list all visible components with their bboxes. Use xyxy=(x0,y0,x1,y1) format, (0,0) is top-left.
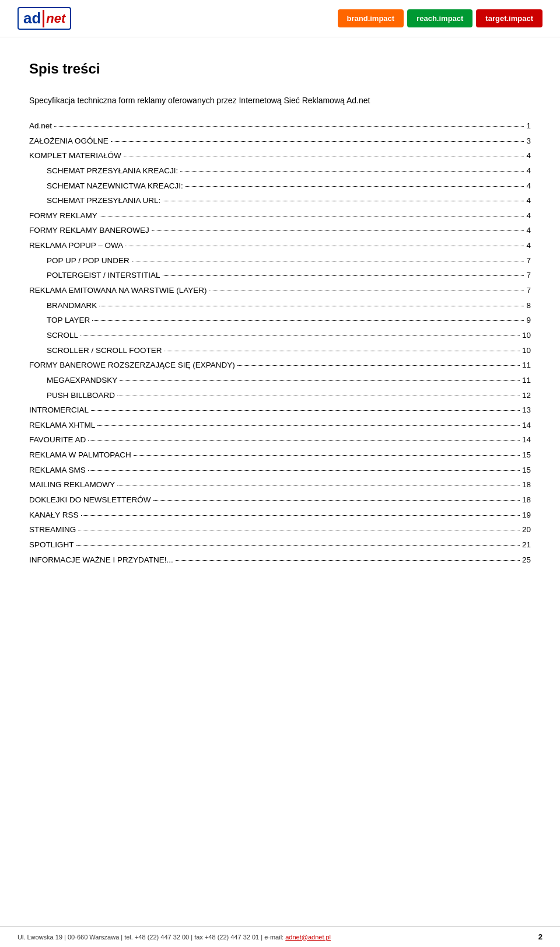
toc-page: 21 xyxy=(522,537,531,553)
toc-item: FORMY REKLAMY4 xyxy=(29,208,531,223)
toc-page: 4 xyxy=(526,223,531,238)
toc-page: 18 xyxy=(522,477,531,492)
toc-item: INFORMACJE WAŻNE I PRZYDATNE!...25 xyxy=(29,553,531,568)
toc-item: POLTERGEIST / INTERSTITIAL7 xyxy=(29,268,531,283)
toc-label: BRANDMARK xyxy=(47,298,97,313)
toc-dots xyxy=(163,201,524,201)
toc-page: 14 xyxy=(522,432,531,448)
reach-impact-button[interactable]: reach.impact xyxy=(407,9,473,27)
toc-label: REKLAMA EMITOWANA NA WARSTWIE (LAYER) xyxy=(29,283,207,298)
toc-label: Ad.net xyxy=(29,118,52,134)
toc-item: STREAMING20 xyxy=(29,522,531,537)
toc-item: SCROLLER / SCROLL FOOTER10 xyxy=(29,343,531,358)
toc-dots xyxy=(100,216,524,216)
toc-page: 8 xyxy=(526,298,531,313)
toc-label: SPOTLIGHT xyxy=(29,537,74,553)
toc-page: 19 xyxy=(522,508,531,523)
toc-dots xyxy=(78,530,520,530)
footer-page-number: 2 xyxy=(538,932,542,941)
toc-label: FORMY REKLAMY BANEROWEJ xyxy=(29,223,149,238)
toc-dots xyxy=(132,261,524,261)
toc-page: 4 xyxy=(526,148,531,163)
toc-dots xyxy=(125,246,524,246)
adnet-logo: ad net xyxy=(18,7,71,30)
toc-dots xyxy=(81,515,520,516)
toc-label: REKLAMA POPUP – OWA xyxy=(29,238,123,253)
toc-item: REKLAMA POPUP – OWA4 xyxy=(29,238,531,253)
toc-item: DOKLEJKI DO NEWSLETTERÓW18 xyxy=(29,492,531,508)
toc-item: FORMY BANEROWE ROZSZERZAJĄCE SIĘ (EXPAND… xyxy=(29,358,531,373)
toc-item: BRANDMARK8 xyxy=(29,298,531,313)
toc-dots xyxy=(117,485,520,485)
toc-dots xyxy=(237,365,520,366)
toc-item: FORMY REKLAMY BANEROWEJ4 xyxy=(29,223,531,238)
toc-item: FAVOURITE AD14 xyxy=(29,432,531,448)
toc-dots xyxy=(209,291,524,291)
toc-dots xyxy=(153,500,520,501)
toc-item: REKLAMA EMITOWANA NA WARSTWIE (LAYER)7 xyxy=(29,283,531,298)
toc-dots xyxy=(99,306,524,306)
nav-buttons: brand.impact reach.impact target.impact xyxy=(338,9,542,27)
toc-label: KANAŁY RSS xyxy=(29,508,79,523)
toc-page: 7 xyxy=(526,268,531,283)
brand-impact-button[interactable]: brand.impact xyxy=(338,9,404,27)
intro-text: Specyfikacja techniczna form reklamy ofe… xyxy=(29,95,531,107)
toc-label: KOMPLET MATERIAŁÓW xyxy=(29,148,121,163)
toc-page: 4 xyxy=(526,193,531,208)
toc-page: 14 xyxy=(522,418,531,433)
toc-dots xyxy=(80,336,520,336)
toc-item: SCROLL10 xyxy=(29,328,531,343)
toc-item: Ad.net1 xyxy=(29,118,531,134)
toc-page: 15 xyxy=(522,448,531,463)
toc-page: 11 xyxy=(522,373,531,388)
toc-page: 15 xyxy=(522,463,531,478)
toc-item: SCHEMAT PRZESYŁANIA KREACJI:4 xyxy=(29,163,531,179)
toc-dots xyxy=(124,156,524,156)
toc-page: 3 xyxy=(526,134,531,149)
toc-item: REKLAMA SMS15 xyxy=(29,463,531,478)
toc-label: SCHEMAT PRZESYŁANIA URL: xyxy=(47,193,160,208)
toc-item: REKLAMA W PALMTOPACH15 xyxy=(29,448,531,463)
toc-page: 13 xyxy=(522,403,531,418)
toc-page: 12 xyxy=(522,388,531,403)
toc-label: FORMY REKLAMY xyxy=(29,208,97,223)
toc-page: 11 xyxy=(522,358,531,373)
logo-ad-text: ad xyxy=(23,9,41,27)
toc-dots xyxy=(176,560,520,561)
main-content: Spis treści Specyfikacja techniczna form… xyxy=(0,37,560,602)
toc-page: 9 xyxy=(526,313,531,328)
toc-item: SCHEMAT PRZESYŁANIA URL:4 xyxy=(29,193,531,208)
toc-page: 1 xyxy=(526,118,531,134)
toc-dots xyxy=(91,410,520,411)
toc-label: POLTERGEIST / INTERSTITIAL xyxy=(47,268,160,283)
toc-dots xyxy=(186,186,524,187)
toc-label: REKLAMA XHTML xyxy=(29,418,95,433)
page-wrapper: ad net brand.impact reach.impact target.… xyxy=(0,0,560,947)
toc-item: INTROMERCIAL13 xyxy=(29,403,531,418)
toc-dots xyxy=(92,320,524,321)
toc-page: 4 xyxy=(526,163,531,179)
toc-label: SCHEMAT PRZESYŁANIA KREACJI: xyxy=(47,163,178,179)
footer-address-text: Ul. Lwowska 19 | 00-660 Warszawa | tel. … xyxy=(18,934,285,941)
toc-page: 4 xyxy=(526,208,531,223)
toc-label: INTROMERCIAL xyxy=(29,403,89,418)
toc-dots xyxy=(164,351,520,351)
toc-label: SCHEMAT NAZEWNICTWA KREACJI: xyxy=(47,179,183,194)
toc-item: PUSH BILLBOARD12 xyxy=(29,388,531,403)
toc-item: SPOTLIGHT21 xyxy=(29,537,531,553)
footer-email[interactable]: adnet@adnet.pl xyxy=(285,934,331,941)
toc-item: KOMPLET MATERIAŁÓW4 xyxy=(29,148,531,163)
toc-page: 4 xyxy=(526,238,531,253)
toc-dots xyxy=(76,545,520,546)
logo-area: ad net xyxy=(18,7,71,30)
toc-dots xyxy=(120,380,520,381)
toc-dots xyxy=(54,126,524,127)
toc-label: POP UP / POP UNDER xyxy=(47,253,130,268)
toc-label: ZAŁOŻENIA OGÓLNE xyxy=(29,134,108,149)
toc-item: ZAŁOŻENIA OGÓLNE3 xyxy=(29,134,531,149)
toc-label: INFORMACJE WAŻNE I PRZYDATNE!... xyxy=(29,553,173,568)
toc-label: TOP LAYER xyxy=(47,313,90,328)
toc-page: 10 xyxy=(522,343,531,358)
toc-container: Ad.net1ZAŁOŻENIA OGÓLNE3KOMPLET MATERIAŁ… xyxy=(29,118,531,567)
target-impact-button[interactable]: target.impact xyxy=(476,9,542,27)
